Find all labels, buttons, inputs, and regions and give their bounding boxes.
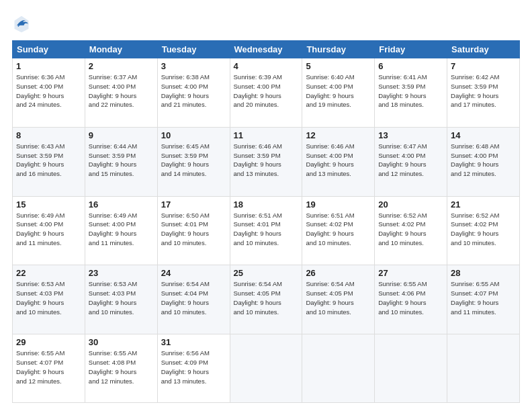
day-number: 10 — [161, 130, 226, 140]
table-row: 4Sunrise: 6:39 AMSunset: 4:00 PMDaylight… — [230, 58, 302, 128]
day-number: 21 — [451, 199, 516, 210]
day-number: 12 — [306, 130, 371, 140]
day-info: Sunrise: 6:53 AMSunset: 4:03 PMDaylight:… — [16, 279, 81, 316]
day-number: 17 — [161, 199, 226, 210]
day-number: 25 — [234, 268, 299, 278]
day-number: 20 — [378, 199, 443, 210]
day-info: Sunrise: 6:37 AMSunset: 4:00 PMDaylight:… — [89, 73, 154, 109]
day-info: Sunrise: 6:49 AMSunset: 4:00 PMDaylight:… — [89, 211, 154, 248]
day-info: Sunrise: 6:47 AMSunset: 4:00 PMDaylight:… — [378, 142, 443, 179]
table-row: 21Sunrise: 6:52 AMSunset: 4:02 PMDayligh… — [447, 196, 520, 265]
table-row: 14Sunrise: 6:48 AMSunset: 4:00 PMDayligh… — [447, 127, 520, 196]
day-info: Sunrise: 6:48 AMSunset: 4:00 PMDaylight:… — [451, 142, 516, 179]
day-number: 23 — [89, 268, 154, 278]
day-info: Sunrise: 6:41 AMSunset: 3:59 PMDaylight:… — [378, 73, 443, 109]
col-tuesday: Tuesday — [157, 41, 230, 58]
table-row — [447, 334, 520, 403]
day-info: Sunrise: 6:49 AMSunset: 4:00 PMDaylight:… — [16, 211, 81, 248]
day-number: 22 — [16, 268, 81, 278]
table-row: 2Sunrise: 6:37 AMSunset: 4:00 PMDaylight… — [85, 58, 157, 128]
day-info: Sunrise: 6:43 AMSunset: 3:59 PMDaylight:… — [16, 142, 81, 179]
calendar-row-2: 8Sunrise: 6:43 AMSunset: 3:59 PMDaylight… — [13, 127, 520, 196]
day-number: 31 — [161, 337, 226, 347]
table-row: 6Sunrise: 6:41 AMSunset: 3:59 PMDaylight… — [375, 58, 447, 128]
table-row: 7Sunrise: 6:42 AMSunset: 3:59 PMDaylight… — [447, 58, 520, 128]
day-number: 5 — [306, 61, 371, 71]
table-row: 25Sunrise: 6:54 AMSunset: 4:05 PMDayligh… — [230, 265, 302, 334]
table-row: 16Sunrise: 6:49 AMSunset: 4:00 PMDayligh… — [85, 196, 157, 265]
table-row: 9Sunrise: 6:44 AMSunset: 3:59 PMDaylight… — [85, 127, 157, 196]
day-number: 7 — [451, 61, 516, 71]
day-number: 18 — [234, 199, 299, 210]
day-number: 24 — [161, 268, 226, 278]
day-info: Sunrise: 6:44 AMSunset: 3:59 PMDaylight:… — [89, 142, 154, 179]
col-sunday: Sunday — [13, 41, 85, 58]
table-row: 22Sunrise: 6:53 AMSunset: 4:03 PMDayligh… — [13, 265, 85, 334]
logo — [12, 15, 34, 34]
day-number: 3 — [161, 61, 226, 71]
calendar-header-row: Sunday Monday Tuesday Wednesday Thursday… — [13, 41, 520, 58]
col-monday: Monday — [85, 41, 157, 58]
col-thursday: Thursday — [302, 41, 375, 58]
table-row: 13Sunrise: 6:47 AMSunset: 4:00 PMDayligh… — [375, 127, 447, 196]
day-info: Sunrise: 6:51 AMSunset: 4:01 PMDaylight:… — [234, 211, 299, 248]
table-row: 3Sunrise: 6:38 AMSunset: 4:00 PMDaylight… — [157, 58, 230, 128]
day-number: 4 — [234, 61, 299, 71]
day-info: Sunrise: 6:54 AMSunset: 4:04 PMDaylight:… — [161, 279, 226, 316]
header — [12, 12, 520, 34]
day-number: 6 — [378, 61, 443, 71]
day-number: 2 — [89, 61, 154, 71]
day-info: Sunrise: 6:55 AMSunset: 4:06 PMDaylight:… — [378, 279, 443, 316]
day-info: Sunrise: 6:46 AMSunset: 4:00 PMDaylight:… — [306, 142, 371, 179]
day-info: Sunrise: 6:42 AMSunset: 3:59 PMDaylight:… — [451, 73, 516, 109]
day-info: Sunrise: 6:52 AMSunset: 4:02 PMDaylight:… — [378, 211, 443, 248]
table-row: 23Sunrise: 6:53 AMSunset: 4:03 PMDayligh… — [85, 265, 157, 334]
day-number: 14 — [451, 130, 516, 140]
day-number: 26 — [306, 268, 371, 278]
calendar-row-1: 1Sunrise: 6:36 AMSunset: 4:00 PMDaylight… — [13, 58, 520, 128]
calendar-row-5: 29Sunrise: 6:55 AMSunset: 4:07 PMDayligh… — [13, 334, 520, 403]
day-info: Sunrise: 6:55 AMSunset: 4:08 PMDaylight:… — [89, 349, 154, 385]
logo-icon — [12, 15, 31, 34]
page: Sunday Monday Tuesday Wednesday Thursday… — [0, 0, 532, 411]
day-info: Sunrise: 6:55 AMSunset: 4:07 PMDaylight:… — [451, 279, 516, 316]
table-row: 31Sunrise: 6:56 AMSunset: 4:09 PMDayligh… — [157, 334, 230, 403]
table-row: 28Sunrise: 6:55 AMSunset: 4:07 PMDayligh… — [447, 265, 520, 334]
day-number: 1 — [16, 61, 81, 71]
table-row — [375, 334, 447, 403]
table-row — [230, 334, 302, 403]
day-number: 28 — [451, 268, 516, 278]
day-number: 16 — [89, 199, 154, 210]
table-row: 24Sunrise: 6:54 AMSunset: 4:04 PMDayligh… — [157, 265, 230, 334]
day-info: Sunrise: 6:53 AMSunset: 4:03 PMDaylight:… — [89, 279, 154, 316]
day-info: Sunrise: 6:55 AMSunset: 4:07 PMDaylight:… — [16, 349, 81, 385]
day-number: 9 — [89, 130, 154, 140]
table-row — [302, 334, 375, 403]
table-row: 8Sunrise: 6:43 AMSunset: 3:59 PMDaylight… — [13, 127, 85, 196]
calendar-row-3: 15Sunrise: 6:49 AMSunset: 4:00 PMDayligh… — [13, 196, 520, 265]
day-info: Sunrise: 6:36 AMSunset: 4:00 PMDaylight:… — [16, 73, 81, 109]
col-wednesday: Wednesday — [230, 41, 302, 58]
table-row: 30Sunrise: 6:55 AMSunset: 4:08 PMDayligh… — [85, 334, 157, 403]
table-row: 12Sunrise: 6:46 AMSunset: 4:00 PMDayligh… — [302, 127, 375, 196]
day-number: 13 — [378, 130, 443, 140]
calendar-row-4: 22Sunrise: 6:53 AMSunset: 4:03 PMDayligh… — [13, 265, 520, 334]
day-number: 29 — [16, 337, 81, 347]
table-row: 1Sunrise: 6:36 AMSunset: 4:00 PMDaylight… — [13, 58, 85, 128]
table-row: 11Sunrise: 6:46 AMSunset: 3:59 PMDayligh… — [230, 127, 302, 196]
day-info: Sunrise: 6:50 AMSunset: 4:01 PMDaylight:… — [161, 211, 226, 248]
day-info: Sunrise: 6:38 AMSunset: 4:00 PMDaylight:… — [161, 73, 226, 109]
table-row: 20Sunrise: 6:52 AMSunset: 4:02 PMDayligh… — [375, 196, 447, 265]
day-info: Sunrise: 6:52 AMSunset: 4:02 PMDaylight:… — [451, 211, 516, 248]
table-row: 19Sunrise: 6:51 AMSunset: 4:02 PMDayligh… — [302, 196, 375, 265]
col-friday: Friday — [375, 41, 447, 58]
day-info: Sunrise: 6:51 AMSunset: 4:02 PMDaylight:… — [306, 211, 371, 248]
day-info: Sunrise: 6:40 AMSunset: 4:00 PMDaylight:… — [306, 73, 371, 109]
day-number: 15 — [16, 199, 81, 210]
table-row: 18Sunrise: 6:51 AMSunset: 4:01 PMDayligh… — [230, 196, 302, 265]
day-info: Sunrise: 6:56 AMSunset: 4:09 PMDaylight:… — [161, 349, 226, 385]
day-info: Sunrise: 6:39 AMSunset: 4:00 PMDaylight:… — [234, 73, 299, 109]
table-row: 26Sunrise: 6:54 AMSunset: 4:05 PMDayligh… — [302, 265, 375, 334]
day-info: Sunrise: 6:54 AMSunset: 4:05 PMDaylight:… — [306, 279, 371, 316]
day-number: 30 — [89, 337, 154, 347]
